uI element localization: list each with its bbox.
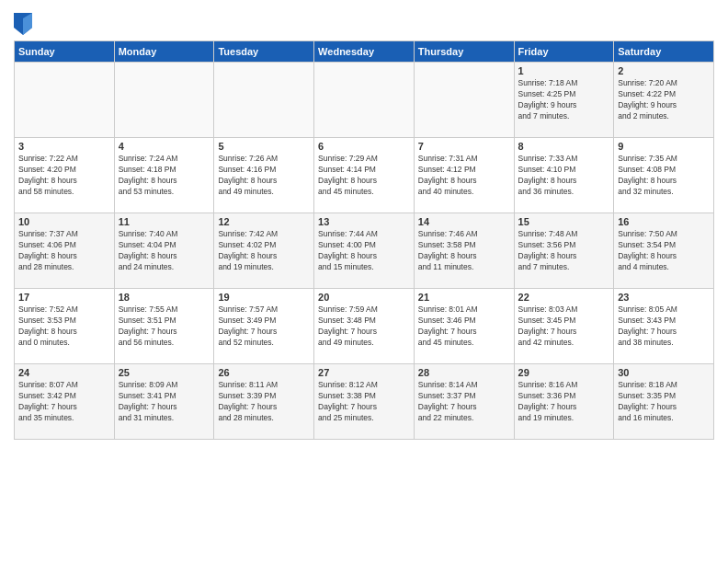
- day-header-wednesday: Wednesday: [314, 41, 415, 63]
- day-info: Sunrise: 7:20 AMSunset: 4:22 PMDaylight:…: [618, 78, 710, 122]
- calendar-cell: [15, 63, 115, 138]
- day-number: 8: [518, 141, 610, 152]
- calendar-cell: 26Sunrise: 8:11 AMSunset: 3:39 PMDayligh…: [214, 364, 314, 440]
- day-info: Sunrise: 7:24 AMSunset: 4:18 PMDaylight:…: [119, 154, 210, 198]
- calendar-cell: 6Sunrise: 7:29 AMSunset: 4:14 PMDaylight…: [314, 138, 415, 213]
- day-number: 3: [18, 141, 110, 152]
- day-info: Sunrise: 7:57 AMSunset: 3:49 PMDaylight:…: [218, 304, 310, 349]
- day-number: 26: [218, 367, 310, 378]
- day-number: 2: [618, 65, 710, 76]
- day-header-thursday: Thursday: [414, 41, 514, 63]
- calendar-header-row: SundayMondayTuesdayWednesdayThursdayFrid…: [15, 41, 714, 63]
- calendar-cell: 14Sunrise: 7:46 AMSunset: 3:58 PMDayligh…: [414, 213, 514, 289]
- day-number: 30: [618, 367, 710, 378]
- day-number: 15: [518, 216, 610, 227]
- calendar-cell: 1Sunrise: 7:18 AMSunset: 4:25 PMDaylight…: [514, 63, 614, 138]
- day-info: Sunrise: 7:35 AMSunset: 4:08 PMDaylight:…: [618, 154, 710, 198]
- day-number: 14: [418, 216, 510, 227]
- day-number: 24: [18, 367, 110, 378]
- day-info: Sunrise: 7:48 AMSunset: 3:56 PMDaylight:…: [518, 229, 610, 273]
- day-number: 9: [618, 141, 710, 152]
- calendar-cell: 12Sunrise: 7:42 AMSunset: 4:02 PMDayligh…: [214, 213, 314, 289]
- day-info: Sunrise: 7:26 AMSunset: 4:16 PMDaylight:…: [218, 154, 310, 198]
- day-info: Sunrise: 8:12 AMSunset: 3:38 PMDaylight:…: [318, 380, 410, 424]
- calendar-cell: [414, 63, 514, 138]
- calendar-cell: 18Sunrise: 7:55 AMSunset: 3:51 PMDayligh…: [114, 289, 214, 364]
- calendar-cell: 5Sunrise: 7:26 AMSunset: 4:16 PMDaylight…: [214, 138, 314, 213]
- calendar-cell: 13Sunrise: 7:44 AMSunset: 4:00 PMDayligh…: [314, 213, 415, 289]
- day-number: 16: [618, 216, 710, 227]
- day-info: Sunrise: 7:55 AMSunset: 3:51 PMDaylight:…: [119, 304, 210, 349]
- day-info: Sunrise: 8:09 AMSunset: 3:41 PMDaylight:…: [119, 380, 210, 424]
- day-info: Sunrise: 8:11 AMSunset: 3:39 PMDaylight:…: [218, 380, 310, 424]
- day-info: Sunrise: 7:22 AMSunset: 4:20 PMDaylight:…: [18, 154, 110, 198]
- calendar-cell: [114, 63, 214, 138]
- week-row-4: 17Sunrise: 7:52 AMSunset: 3:53 PMDayligh…: [15, 289, 714, 364]
- day-info: Sunrise: 8:05 AMSunset: 3:43 PMDaylight:…: [618, 304, 710, 349]
- day-header-sunday: Sunday: [15, 41, 115, 63]
- day-number: 27: [318, 367, 410, 378]
- calendar-cell: 21Sunrise: 8:01 AMSunset: 3:46 PMDayligh…: [414, 289, 514, 364]
- day-info: Sunrise: 7:42 AMSunset: 4:02 PMDaylight:…: [218, 229, 310, 273]
- day-number: 6: [318, 141, 410, 152]
- day-info: Sunrise: 7:29 AMSunset: 4:14 PMDaylight:…: [318, 154, 410, 198]
- calendar-cell: 17Sunrise: 7:52 AMSunset: 3:53 PMDayligh…: [15, 289, 115, 364]
- day-info: Sunrise: 8:07 AMSunset: 3:42 PMDaylight:…: [18, 380, 110, 424]
- calendar-cell: 7Sunrise: 7:31 AMSunset: 4:12 PMDaylight…: [414, 138, 514, 213]
- calendar-cell: 11Sunrise: 7:40 AMSunset: 4:04 PMDayligh…: [114, 213, 214, 289]
- day-header-monday: Monday: [114, 41, 214, 63]
- calendar-cell: 9Sunrise: 7:35 AMSunset: 4:08 PMDaylight…: [614, 138, 714, 213]
- calendar-cell: 30Sunrise: 8:18 AMSunset: 3:35 PMDayligh…: [614, 364, 714, 440]
- calendar-cell: 24Sunrise: 8:07 AMSunset: 3:42 PMDayligh…: [15, 364, 115, 440]
- day-number: 7: [418, 141, 510, 152]
- calendar-cell: 23Sunrise: 8:05 AMSunset: 3:43 PMDayligh…: [614, 289, 714, 364]
- day-number: 13: [318, 216, 410, 227]
- day-info: Sunrise: 7:46 AMSunset: 3:58 PMDaylight:…: [418, 229, 510, 273]
- calendar-cell: 16Sunrise: 7:50 AMSunset: 3:54 PMDayligh…: [614, 213, 714, 289]
- day-number: 10: [18, 216, 110, 227]
- day-number: 12: [218, 216, 310, 227]
- calendar-cell: 27Sunrise: 8:12 AMSunset: 3:38 PMDayligh…: [314, 364, 415, 440]
- day-number: 5: [218, 141, 310, 152]
- calendar-cell: 8Sunrise: 7:33 AMSunset: 4:10 PMDaylight…: [514, 138, 614, 213]
- calendar-cell: 28Sunrise: 8:14 AMSunset: 3:37 PMDayligh…: [414, 364, 514, 440]
- calendar-cell: 20Sunrise: 7:59 AMSunset: 3:48 PMDayligh…: [314, 289, 415, 364]
- calendar-cell: [314, 63, 415, 138]
- calendar-cell: 25Sunrise: 8:09 AMSunset: 3:41 PMDayligh…: [114, 364, 214, 440]
- day-number: 17: [18, 292, 110, 303]
- calendar-cell: 4Sunrise: 7:24 AMSunset: 4:18 PMDaylight…: [114, 138, 214, 213]
- day-info: Sunrise: 8:18 AMSunset: 3:35 PMDaylight:…: [618, 380, 710, 424]
- calendar-cell: [214, 63, 314, 138]
- day-info: Sunrise: 7:31 AMSunset: 4:12 PMDaylight:…: [418, 154, 510, 198]
- day-info: Sunrise: 7:44 AMSunset: 4:00 PMDaylight:…: [318, 229, 410, 273]
- calendar-cell: 29Sunrise: 8:16 AMSunset: 3:36 PMDayligh…: [514, 364, 614, 440]
- day-info: Sunrise: 7:50 AMSunset: 3:54 PMDaylight:…: [618, 229, 710, 273]
- calendar: SundayMondayTuesdayWednesdayThursdayFrid…: [14, 40, 714, 440]
- day-header-tuesday: Tuesday: [214, 41, 314, 63]
- day-number: 19: [218, 292, 310, 303]
- calendar-cell: 3Sunrise: 7:22 AMSunset: 4:20 PMDaylight…: [15, 138, 115, 213]
- calendar-cell: 10Sunrise: 7:37 AMSunset: 4:06 PMDayligh…: [15, 213, 115, 289]
- logo: [14, 13, 35, 35]
- day-number: 4: [119, 141, 210, 152]
- week-row-3: 10Sunrise: 7:37 AMSunset: 4:06 PMDayligh…: [15, 213, 714, 289]
- week-row-1: 1Sunrise: 7:18 AMSunset: 4:25 PMDaylight…: [15, 63, 714, 138]
- day-number: 11: [119, 216, 210, 227]
- day-header-friday: Friday: [514, 41, 614, 63]
- day-info: Sunrise: 8:14 AMSunset: 3:37 PMDaylight:…: [418, 380, 510, 424]
- day-info: Sunrise: 7:40 AMSunset: 4:04 PMDaylight:…: [119, 229, 210, 273]
- calendar-cell: 2Sunrise: 7:20 AMSunset: 4:22 PMDaylight…: [614, 63, 714, 138]
- logo-icon: [14, 13, 32, 35]
- calendar-cell: 15Sunrise: 7:48 AMSunset: 3:56 PMDayligh…: [514, 213, 614, 289]
- day-number: 21: [418, 292, 510, 303]
- day-info: Sunrise: 8:16 AMSunset: 3:36 PMDaylight:…: [518, 380, 610, 424]
- day-number: 22: [518, 292, 610, 303]
- day-info: Sunrise: 8:01 AMSunset: 3:46 PMDaylight:…: [418, 304, 510, 349]
- week-row-5: 24Sunrise: 8:07 AMSunset: 3:42 PMDayligh…: [15, 364, 714, 440]
- day-number: 29: [518, 367, 610, 378]
- day-info: Sunrise: 7:37 AMSunset: 4:06 PMDaylight:…: [18, 229, 110, 273]
- day-info: Sunrise: 7:52 AMSunset: 3:53 PMDaylight:…: [18, 304, 110, 349]
- week-row-2: 3Sunrise: 7:22 AMSunset: 4:20 PMDaylight…: [15, 138, 714, 213]
- day-info: Sunrise: 7:33 AMSunset: 4:10 PMDaylight:…: [518, 154, 610, 198]
- day-number: 28: [418, 367, 510, 378]
